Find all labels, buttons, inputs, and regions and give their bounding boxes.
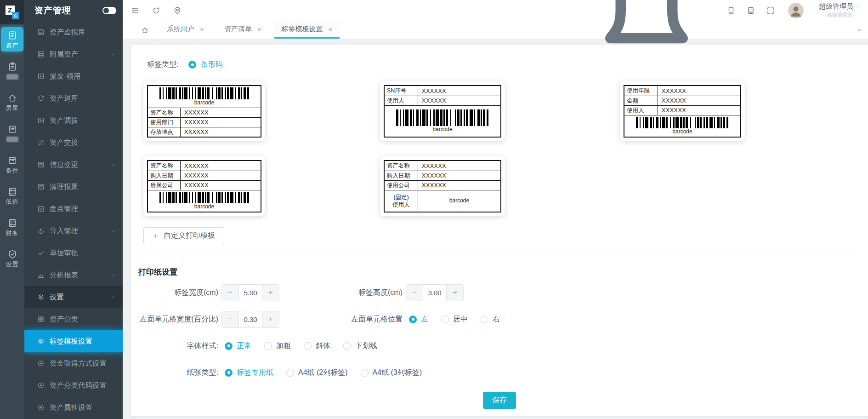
tab-label-template-settings[interactable]: 标签模板设置 ×: [274, 21, 340, 39]
app-title: 资产管理: [34, 5, 71, 17]
sidebar-item-label-template-settings[interactable]: 标签模板设置: [24, 330, 123, 352]
sidebar-item-inventory-management[interactable]: 盘点管理: [24, 198, 123, 220]
app-logo[interactable]: Z c: [0, 0, 24, 24]
avatar[interactable]: [788, 3, 804, 18]
sidebar-item-distribute-claim[interactable]: 派发·领用: [24, 65, 123, 87]
tab-system-users[interactable]: 系统用户 ×: [159, 21, 211, 39]
chevron-down-icon: [111, 229, 116, 234]
template-row: 使用年限 XXXXXX: [624, 86, 740, 96]
left-cell-width-value[interactable]: 0.30: [238, 311, 262, 327]
radio-option-center[interactable]: 居中: [441, 315, 468, 324]
sidebar-item-asset-transfer[interactable]: 资产调拨: [24, 109, 123, 132]
sidebar-item-asset-handover[interactable]: 资产交接: [24, 132, 123, 154]
rail-item-redacted-1[interactable]: [1, 58, 23, 83]
fullscreen-icon[interactable]: [766, 6, 775, 15]
radio-option-label-paper[interactable]: 标签专用纸: [225, 368, 273, 378]
rail-item-spares[interactable]: 备件: [1, 152, 23, 177]
increment-button[interactable]: +: [447, 285, 463, 301]
rail-item-lowvalue[interactable]: 低值: [1, 184, 23, 208]
menu-fold-icon[interactable]: [131, 6, 139, 15]
sidebar-item-label: 资产调拨: [50, 116, 116, 126]
label-template-card-2[interactable]: SN序号 XXXXXX 使用人 XXXXXX barcode: [380, 81, 505, 141]
label-template-preview: 使用年限 XXXXXX 金额 XXXXXX 使用人 XXXXXX: [624, 85, 741, 138]
template-row: 使用人 XXXXXX: [385, 96, 500, 105]
sidebar-item-attached-assets[interactable]: 附属资产: [24, 43, 123, 65]
sidebar-item-label: 信息变更: [50, 160, 111, 170]
template-row: 存放地点 XXXXXX: [148, 127, 261, 137]
radio-option-a4-2col[interactable]: A4纸 (2列标签): [286, 368, 348, 378]
radio-option-normal[interactable]: 正常: [225, 341, 251, 351]
chevron-down-icon: [111, 52, 116, 57]
radio-option-bold[interactable]: 加粗: [264, 341, 291, 351]
label-template-card-4[interactable]: 资产名称 XXXXXX 购入日期 XXXXXX 所属公司 XXXXXX: [143, 156, 265, 216]
radio-option-italic[interactable]: 斜体: [304, 341, 330, 351]
sidebar-item-info-change[interactable]: 信息变更: [24, 154, 123, 176]
tab-list-chevron-icon[interactable]: [856, 27, 862, 33]
label-template-card-5[interactable]: 资产名称 XXXXXX 购入日期 XXXXXX 使用公司 XXXXXX: [380, 156, 505, 216]
save-button[interactable]: 保存: [483, 392, 516, 409]
user-menu[interactable]: 超级管理员 - 超级管理员 -: [819, 2, 861, 18]
decrement-button[interactable]: −: [222, 285, 238, 301]
decrement-button[interactable]: −: [222, 311, 238, 327]
field-label: 使用人: [385, 96, 418, 105]
tab-asset-list[interactable]: 资产清单 ×: [217, 21, 269, 39]
rail-item-finance[interactable]: 财务: [1, 215, 23, 239]
radio-option-underline[interactable]: 下划线: [343, 341, 377, 351]
barcode-caption: barcode: [449, 197, 469, 205]
radio-option-right[interactable]: 右: [481, 315, 500, 324]
label-template-card-3[interactable]: 使用年限 XXXXXX 金额 XXXXXX 使用人 XXXXXX: [620, 81, 745, 141]
location-pin-icon[interactable]: [173, 6, 182, 15]
sidebar-item-asset-category[interactable]: 资产分类: [24, 308, 123, 330]
print-paper-settings-heading: 打印纸设置: [138, 267, 868, 277]
field-label: 使用年限: [624, 86, 658, 96]
sidebar-item-import-management[interactable]: 导入管理: [24, 220, 123, 242]
rail-item-settings[interactable]: 设置: [1, 246, 23, 270]
close-icon[interactable]: ×: [257, 26, 261, 33]
label-template-card-1[interactable]: barcode 资产名称 XXXXXX 使用部门 XXXXXX: [143, 81, 265, 141]
kiosk-icon[interactable]: [747, 6, 755, 15]
close-icon[interactable]: ×: [329, 26, 333, 33]
rail-item-label: 设置: [6, 261, 19, 267]
tabbar: 系统用户 × 资产清单 × 标签模板设置 ×: [123, 21, 868, 39]
rail-item-redacted-2[interactable]: [1, 121, 23, 145]
sidebar-item-document-approval[interactable]: 单据审批: [24, 242, 123, 264]
radio-option-left[interactable]: 左: [409, 315, 428, 324]
radio-label: A4纸 (3列标签): [373, 368, 422, 378]
sidebar-item-label: 导入管理: [50, 226, 111, 236]
field-label: 资产名称: [148, 161, 181, 171]
list-icon: [37, 183, 45, 190]
field-label: 资产名称: [385, 161, 418, 171]
sidebar-collapse-toggle[interactable]: [102, 7, 116, 14]
label-height-value[interactable]: 3.00: [423, 285, 447, 301]
radio-label: 居中: [453, 315, 468, 324]
sidebar-item-label: 分析报表: [50, 270, 111, 280]
radio-option-barcode[interactable]: 条形码: [188, 60, 222, 69]
field-value: XXXXXX: [181, 109, 212, 116]
radio-option-a4-3col[interactable]: A4纸 (3列标签): [361, 368, 422, 378]
rail-item-label: 房屋: [6, 105, 19, 111]
increment-button[interactable]: +: [262, 311, 279, 327]
template-row: 购入日期 XXXXXX: [148, 171, 261, 180]
redacted-label: [6, 74, 18, 80]
tablet-icon[interactable]: [727, 6, 735, 15]
rail-item-assets[interactable]: 资产: [1, 27, 23, 52]
sidebar-item-asset-attribute-settings[interactable]: 资产属性设置: [24, 396, 123, 419]
sidebar-item-asset-return[interactable]: 资产退库: [24, 87, 123, 109]
sidebar-item-funding-method-settings[interactable]: 资金取得方式设置: [24, 352, 123, 374]
label-width-value[interactable]: 5.00: [238, 285, 262, 301]
sidebar-item-analysis-reports[interactable]: 分析报表: [24, 264, 123, 286]
sidebar-item-label: 资产分类: [50, 315, 116, 324]
rail-item-house[interactable]: 房屋: [1, 90, 23, 114]
close-icon[interactable]: ×: [200, 26, 204, 33]
refresh-icon[interactable]: [152, 6, 160, 15]
increment-button[interactable]: +: [262, 285, 279, 301]
custom-print-template-button[interactable]: 自定义打印模板: [143, 227, 224, 244]
sidebar-item-settings[interactable]: 设置: [24, 286, 123, 308]
gear-icon: [37, 338, 45, 345]
home-tab[interactable]: [136, 21, 154, 39]
sidebar-item-asset-virtual-library[interactable]: 资产虚拟库: [24, 21, 123, 43]
decrement-button[interactable]: −: [406, 285, 423, 301]
sidebar-item-asset-category-code-settings[interactable]: 资产分类代码设置: [24, 374, 123, 396]
sidebar-item-scrap-cleanup[interactable]: 清理报废: [24, 176, 123, 198]
logo-mark: Z c: [6, 6, 19, 19]
